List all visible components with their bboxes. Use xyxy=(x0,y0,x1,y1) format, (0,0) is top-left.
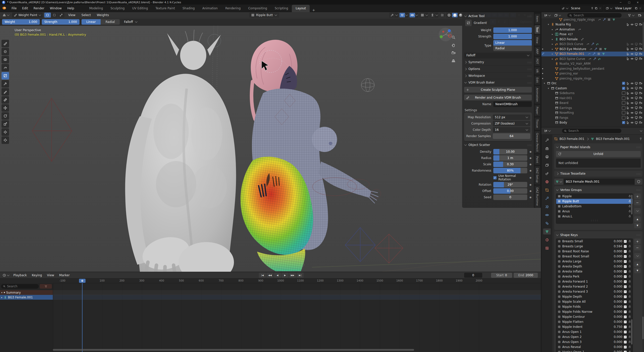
weight-paint-options-button[interactable] xyxy=(420,13,425,17)
vertex-group-row[interactable]: Anus xyxy=(556,209,633,214)
mode-dropdown[interactable]: Weight Paint xyxy=(12,13,43,18)
camera-view-icon[interactable] xyxy=(451,51,456,55)
shape-key-enabled-checkbox[interactable]: ✓ xyxy=(624,326,627,328)
lock-icon[interactable] xyxy=(628,340,631,344)
outliner-row[interactable]: piercing_nipple_rings ✓ xyxy=(541,76,644,81)
render-disable-icon[interactable] xyxy=(639,87,642,90)
expand-icon[interactable]: ▸ xyxy=(551,58,554,60)
shading-wireframe-button[interactable] xyxy=(446,13,452,17)
new-scene-icon[interactable] xyxy=(595,7,598,10)
workspace-tab[interactable]: Texture Paint xyxy=(152,5,179,12)
outliner-row[interactable]: ▾ Orc xyxy=(541,81,644,86)
shape-key-row[interactable]: Nipple Scale All 0.000 ✓ xyxy=(556,299,633,304)
playhead-line[interactable] xyxy=(82,283,83,352)
frame-end-field[interactable]: End2000 xyxy=(514,273,538,278)
properties-tab[interactable] xyxy=(543,137,551,143)
pose-options-button[interactable] xyxy=(430,13,435,17)
vertex-group-selector[interactable]: Ripple Butt xyxy=(249,13,279,18)
add-workspace-button[interactable]: + xyxy=(310,8,318,12)
lock-icon[interactable] xyxy=(628,265,631,268)
collection-checkbox[interactable]: ✓ xyxy=(622,82,625,85)
shape-key-row[interactable]: Areola Forward 2 0.000 ✓ xyxy=(556,284,633,289)
transport-button[interactable]: ◀ xyxy=(274,273,281,278)
collection-checkbox[interactable]: ✓ xyxy=(622,101,625,105)
current-frame-field[interactable]: 0 xyxy=(464,273,482,278)
shape-key-value[interactable]: 0.000 xyxy=(611,285,622,288)
shape-key-value[interactable]: 0.000 xyxy=(611,310,622,314)
lock-icon[interactable] xyxy=(628,305,631,309)
shape-key-enabled-checkbox[interactable]: ✓ xyxy=(624,275,627,278)
shape-key-enabled-checkbox[interactable]: ✓ xyxy=(624,250,627,253)
tool-button[interactable] xyxy=(2,40,9,47)
remove-shapekey-button[interactable]: − xyxy=(634,245,641,250)
proportional-edit-toggle[interactable] xyxy=(410,13,415,17)
shape-key-row[interactable]: Nipple Depth 0.000 ✓ xyxy=(556,294,633,299)
properties-tab[interactable] xyxy=(543,145,551,151)
maximize-button[interactable]: □ xyxy=(625,1,633,4)
properties-tab[interactable] xyxy=(543,179,551,185)
blender-logo-icon[interactable] xyxy=(2,6,6,11)
lock-icon[interactable] xyxy=(628,240,631,243)
topbar-menu[interactable]: Render xyxy=(31,5,47,12)
tool-button[interactable] xyxy=(2,72,9,80)
hide-eye-icon[interactable] xyxy=(630,52,634,56)
lock-icon[interactable] xyxy=(628,350,631,352)
outliner-row[interactable]: NoseRing ✓ xyxy=(541,110,644,115)
navigation-gizmo[interactable] xyxy=(438,27,453,43)
selectable-icon[interactable] xyxy=(626,106,629,109)
tool-button[interactable] xyxy=(2,56,9,63)
shapekey-specials-button[interactable] xyxy=(634,253,641,259)
selectable-icon[interactable] xyxy=(626,92,629,95)
timeline-menu[interactable]: Keying xyxy=(30,272,44,278)
list-resize-handle[interactable]: : : : : xyxy=(556,219,633,222)
properties-options-chevron[interactable] xyxy=(640,129,642,132)
new-view-layer-icon[interactable] xyxy=(635,7,638,10)
np-weight-slider[interactable]: 1.000 xyxy=(493,27,532,33)
shape-key-value[interactable]: 0.594 xyxy=(611,245,622,248)
shape-key-value[interactable]: 0.000 xyxy=(611,320,622,324)
vertex-group-row[interactable]: Ripple Butt xyxy=(556,199,633,204)
lock-icon[interactable] xyxy=(628,330,631,334)
shape-key-enabled-checkbox[interactable]: ✓ xyxy=(624,346,627,348)
shape-key-row[interactable]: Areola Forward 1 0.000 ✓ xyxy=(556,279,633,284)
perspective-toggle-icon[interactable] xyxy=(451,59,456,63)
vgroup-move-up-button[interactable]: ▲ xyxy=(634,216,641,222)
selectable-icon[interactable] xyxy=(626,96,629,100)
tool-button[interactable] xyxy=(2,120,9,128)
weight-slider[interactable]: Weight 1.000 xyxy=(2,19,40,25)
lock-icon[interactable] xyxy=(628,345,631,349)
render-create-vdm-button[interactable]: Render and Create VDM Brush xyxy=(464,95,532,100)
shape-key-enabled-checkbox[interactable]: ✓ xyxy=(624,255,627,258)
shape-key-row[interactable]: Anus Open 2 0.000 ✓ xyxy=(556,334,633,339)
render-disable-icon[interactable] xyxy=(639,23,642,26)
timeline-menu[interactable]: Playback xyxy=(11,272,29,278)
face-mask-toggle[interactable] xyxy=(51,13,58,18)
tool-button[interactable] xyxy=(2,48,9,55)
shape-key-enabled-checkbox[interactable]: ✓ xyxy=(624,351,627,352)
shape-key-value[interactable]: 0.000 xyxy=(611,270,622,273)
pan-hand-icon[interactable] xyxy=(451,43,456,47)
properties-tab[interactable] xyxy=(543,187,551,193)
shape-key-enabled-checkbox[interactable]: ✓ xyxy=(624,336,627,338)
selectable-icon[interactable] xyxy=(626,57,629,60)
hide-eye-icon[interactable] xyxy=(630,111,634,114)
properties-search-input[interactable]: Search xyxy=(562,129,621,133)
use-normal-rotation-checkbox[interactable]: ✓Use Normal Rotation xyxy=(493,174,527,181)
shape-key-enabled-checkbox[interactable]: ✓ xyxy=(624,305,627,308)
breadcrumb-data[interactable]: BG3 Female Mesh.001 xyxy=(596,137,630,141)
shapekey-move-up-button[interactable]: ▲ xyxy=(634,261,641,267)
viewport-disable-icon[interactable] xyxy=(635,23,638,26)
topbar-menu[interactable]: Window xyxy=(47,5,64,12)
remove-vgroup-button[interactable]: − xyxy=(634,200,641,205)
properties-tab[interactable] xyxy=(543,195,551,201)
viewport-disable-icon[interactable] xyxy=(635,111,638,114)
hide-eye-icon[interactable] xyxy=(630,121,634,124)
np-type-radial[interactable]: Radial xyxy=(493,46,532,51)
outliner-row[interactable]: ▾ Castom xyxy=(541,86,644,91)
shape-key-value[interactable]: 0.000 xyxy=(611,240,622,243)
add-shapekey-button[interactable]: + xyxy=(634,239,641,244)
pin-icon[interactable] xyxy=(591,7,594,10)
lock-icon[interactable] xyxy=(628,295,631,299)
viewport-disable-icon[interactable] xyxy=(635,87,638,90)
strength-slider[interactable]: Strength 1.000 xyxy=(42,19,79,25)
